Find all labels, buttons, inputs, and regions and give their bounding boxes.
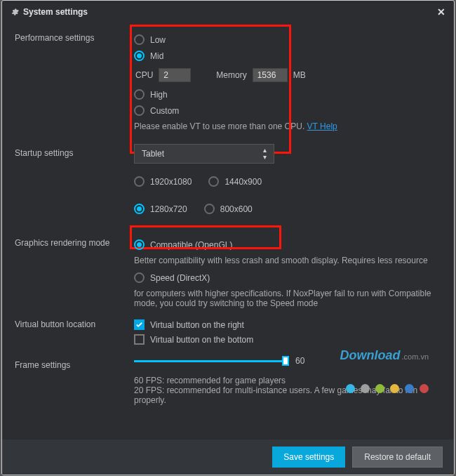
radio-icon — [134, 89, 145, 100]
titlebar: System settings ✕ — [2, 1, 454, 23]
startup-label: Startup settings — [15, 144, 134, 227]
startup-select[interactable]: Tablet ▴▾ — [134, 144, 274, 164]
vt-help-link[interactable]: VT Help — [307, 121, 337, 131]
color-dot — [405, 384, 414, 393]
color-dot — [375, 384, 384, 393]
compatible-label: Compatible (OpenGL) — [150, 240, 232, 250]
fps-slider[interactable] — [134, 356, 288, 366]
radio-icon — [134, 204, 145, 214]
perf-high[interactable]: High — [134, 89, 441, 100]
color-dot — [346, 384, 355, 393]
radio-icon — [134, 51, 145, 61]
cpu-label: CPU — [135, 70, 153, 80]
graphics-compatible[interactable]: Compatible (OpenGL) — [134, 239, 441, 250]
radio-icon — [134, 239, 145, 250]
vbutton-label: Virtual button location — [15, 315, 134, 349]
fps-value: 60 — [295, 356, 304, 366]
graphics-speed[interactable]: Speed (DirectX) — [134, 272, 441, 283]
speed-desc: for computers with higher specifications… — [134, 289, 436, 308]
radio-icon — [134, 105, 145, 116]
startup-selected: Tablet — [142, 149, 164, 159]
graphics-label: Graphics rendering mode — [15, 234, 134, 308]
content-area: Performance settings Low Mid CPU Memory — [2, 23, 454, 416]
res-1440x900[interactable]: 1440x900 — [208, 176, 262, 187]
cpu-input[interactable] — [159, 68, 191, 82]
restore-button[interactable]: Restore to default — [352, 447, 443, 468]
perf-mid-label: Mid — [150, 51, 163, 61]
checkbox-icon — [134, 319, 145, 330]
memory-input[interactable] — [253, 68, 288, 82]
performance-label: Performance settings — [15, 29, 134, 131]
memory-label: Memory — [216, 70, 246, 80]
checkbox-icon — [134, 334, 145, 345]
save-button[interactable]: Save settings — [272, 447, 345, 468]
memory-unit: MB — [293, 70, 306, 80]
vt-help-text: Please enable VT to use more than one CP… — [134, 121, 441, 131]
gear-icon — [11, 8, 19, 16]
perf-mid[interactable]: Mid — [134, 51, 441, 61]
perf-low-label: Low — [150, 35, 166, 45]
radio-icon — [134, 34, 145, 45]
perf-low[interactable]: Low — [134, 34, 441, 45]
close-icon[interactable]: ✕ — [437, 6, 445, 18]
radio-icon — [134, 176, 145, 187]
chevron-updown-icon: ▴▾ — [263, 147, 267, 161]
perf-high-label: High — [150, 90, 168, 100]
settings-window: System settings ✕ Performance settings L… — [1, 0, 455, 475]
radio-icon — [134, 272, 145, 283]
perf-custom[interactable]: Custom — [134, 105, 441, 116]
vbutton-bottom[interactable]: Virtual button on the bottom — [134, 334, 441, 345]
res-1280x720[interactable]: 1280x720 — [134, 204, 187, 214]
window-title: System settings — [23, 7, 88, 17]
color-dot — [420, 384, 429, 393]
radio-icon — [204, 204, 215, 214]
speed-label: Speed (DirectX) — [150, 273, 210, 283]
perf-custom-label: Custom — [150, 106, 179, 116]
slider-thumb[interactable] — [282, 356, 289, 366]
radio-icon — [208, 176, 219, 187]
frame-label: Frame settings — [15, 356, 134, 405]
footer: Save settings Restore to default — [2, 439, 454, 475]
compatible-desc: Better compatibility with less crash and… — [134, 256, 441, 265]
vbutton-right[interactable]: Virtual button on the right — [134, 319, 441, 330]
color-dots — [346, 384, 429, 393]
res-1920x1080[interactable]: 1920x1080 — [134, 176, 192, 187]
res-800x600[interactable]: 800x600 — [204, 204, 253, 214]
color-dot — [390, 384, 399, 393]
color-dot — [361, 384, 370, 393]
